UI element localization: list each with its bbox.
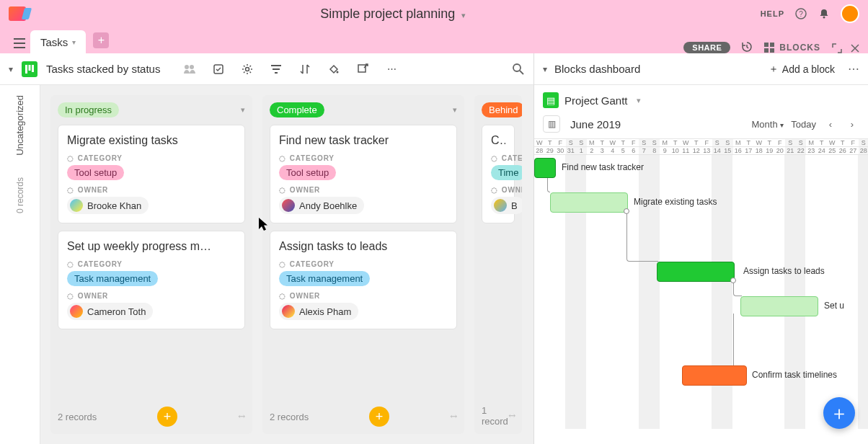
notifications-icon[interactable] (818, 7, 831, 20)
gantt-next-icon[interactable]: › (845, 117, 859, 131)
gantt-task-label: Confirm task timelines (752, 370, 837, 380)
status-pill[interactable]: Behind (482, 102, 522, 117)
logo-icon[interactable] (9, 6, 26, 21)
add-card-button[interactable]: + (157, 407, 177, 427)
kanban-column[interactable]: Behind▾ Conf ◌CATEGORY Time ◌OWNER B1 re… (474, 95, 522, 434)
field-label: ◌CATEGORY (279, 260, 448, 268)
svg-rect-4 (770, 43, 774, 47)
status-pill[interactable]: Complete (270, 102, 324, 117)
base-title[interactable]: Simple project planning ▾ (26, 6, 761, 22)
card-title: Set up weekly progress m… (67, 240, 236, 253)
history-icon[interactable] (740, 40, 753, 53)
kanban-column[interactable]: In progress▾ Migrate existing tasks ◌CAT… (50, 95, 252, 434)
settings-icon[interactable] (241, 63, 254, 76)
category-tag: Time (491, 165, 522, 180)
tab-tasks[interactable]: Tasks ▾ (30, 30, 86, 53)
owner-chip: B (491, 197, 522, 214)
kanban-card[interactable]: Migrate existing tasks ◌CATEGORY Tool se… (58, 125, 245, 223)
svg-rect-8 (29, 65, 31, 71)
add-task-fab[interactable]: ＋ (823, 397, 855, 429)
owner-chip: Andy Boehlke (279, 197, 364, 214)
color-icon[interactable] (327, 63, 340, 76)
search-icon[interactable] (512, 63, 525, 76)
tabs-row: Tasks ▾ + SHARE BLOCKS (0, 27, 868, 53)
status-pill[interactable]: In progress (58, 102, 119, 117)
add-table-button[interactable]: + (93, 32, 109, 48)
sort-icon[interactable] (298, 63, 311, 76)
expand-column-icon[interactable]: ⤢ (447, 411, 459, 423)
uncategorized-column[interactable]: Uncategorized 0 records (0, 85, 40, 444)
close-icon[interactable] (851, 44, 859, 53)
kanban-card[interactable]: Find new task tracker ◌CATEGORY Tool set… (270, 125, 457, 223)
gantt-mode-select[interactable]: Month ▾ (752, 119, 784, 130)
gantt-bar[interactable] (682, 365, 747, 386)
add-block-button[interactable]: ＋Add a block (769, 63, 835, 76)
kanban-card[interactable]: Conf ◌CATEGORY Time ◌OWNER B (482, 125, 515, 223)
svg-point-2 (823, 17, 825, 19)
category-tag: Task management (279, 271, 370, 286)
gantt-task-label: Assign tasks to leads (743, 266, 825, 276)
filter-icon[interactable] (270, 63, 283, 76)
gantt-sidebar-toggle[interactable]: ▥ (543, 115, 560, 133)
views-menu-icon[interactable]: ▾ (9, 64, 13, 74)
block-header[interactable]: ▤ Project Gantt ▾ (534, 85, 868, 112)
record-count: 2 records (58, 412, 97, 422)
field-label: ◌OWNER (67, 186, 236, 194)
customize-cards-icon[interactable] (212, 63, 225, 76)
user-avatar[interactable] (841, 4, 859, 23)
card-title: Conf (491, 134, 505, 147)
kanban-card[interactable]: Assign tasks to leads ◌CATEGORY Task man… (270, 231, 457, 329)
add-card-button[interactable]: + (369, 407, 389, 427)
kanban-column[interactable]: Complete▾ Find new task tracker ◌CATEGOR… (262, 95, 464, 434)
share-button[interactable]: SHARE (683, 42, 730, 53)
cursor-icon (257, 216, 270, 232)
tab-label: Tasks (40, 36, 68, 48)
blocks-pane: ▾ Blocks dashboard ＋Add a block ⋯ ▤ Proj… (533, 53, 868, 444)
help-icon[interactable]: ? (794, 7, 807, 20)
gantt-bar[interactable] (657, 262, 735, 282)
blocks-menu-icon[interactable]: ▾ (543, 64, 547, 74)
expand-icon[interactable] (832, 43, 842, 53)
svg-rect-7 (25, 65, 27, 74)
blocks-more-icon[interactable]: ⋯ (848, 62, 859, 76)
field-label: ◌CATEGORY (67, 154, 236, 162)
gantt-bar[interactable] (534, 158, 556, 178)
svg-point-10 (185, 65, 189, 69)
expand-column-icon[interactable]: ⤢ (235, 411, 247, 423)
help-button[interactable]: HELP (761, 9, 784, 18)
field-label: ◌CATEGORY (67, 260, 236, 268)
more-icon[interactable]: ⋯ (385, 63, 398, 76)
column-menu-icon[interactable]: ▾ (453, 105, 457, 115)
gantt-chart[interactable]: WTFSSMTWTFSSMTWTFSSMTWTFSSMTWTFS 2829303… (534, 139, 868, 442)
menu-icon[interactable] (9, 33, 30, 53)
blocks-toggle[interactable]: BLOCKS (763, 42, 820, 53)
uncategorized-label: Uncategorized (14, 95, 25, 156)
kanban-card[interactable]: Set up weekly progress m… ◌CATEGORY Task… (58, 231, 245, 329)
avatar (70, 305, 83, 318)
chevron-down-icon: ▾ (637, 96, 641, 105)
card-title: Migrate existing tasks (67, 134, 236, 147)
kanban-view-icon[interactable] (22, 61, 37, 77)
avatar (70, 199, 83, 212)
base-title-text: Simple project planning (320, 6, 455, 21)
gantt-toolbar: ▥ June 2019 Month ▾ Today ‹ › (534, 112, 868, 139)
gantt-prev-icon[interactable]: ‹ (823, 117, 838, 131)
svg-rect-3 (764, 43, 769, 47)
share-view-icon[interactable] (356, 63, 369, 76)
svg-point-14 (337, 71, 339, 73)
gantt-today-button[interactable]: Today (791, 119, 816, 130)
kanban-board: Uncategorized 0 records In progress▾ Mig… (0, 85, 533, 444)
category-tag: Tool setup (279, 165, 336, 180)
field-label: ◌OWNER (491, 186, 505, 194)
view-name[interactable]: Tasks stacked by status (46, 63, 160, 75)
field-label: ◌OWNER (279, 292, 448, 300)
svg-point-11 (190, 65, 194, 69)
collaborators-icon[interactable] (183, 63, 196, 76)
svg-point-13 (246, 67, 249, 71)
gantt-bar[interactable] (550, 192, 628, 213)
owner-chip: Cameron Toth (67, 303, 153, 320)
card-title: Assign tasks to leads (279, 240, 448, 253)
column-menu-icon[interactable]: ▾ (241, 105, 245, 115)
field-label: ◌OWNER (279, 186, 448, 194)
gantt-bar[interactable] (740, 296, 818, 316)
